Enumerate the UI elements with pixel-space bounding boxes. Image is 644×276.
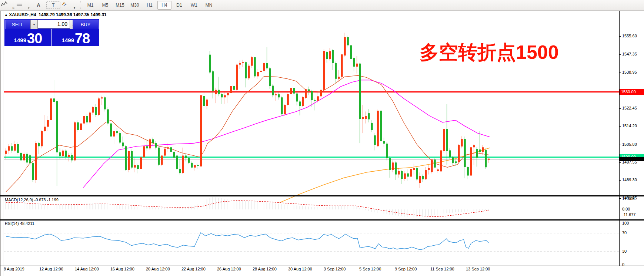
window-left-border xyxy=(0,11,1,276)
price-tick-mark xyxy=(619,198,621,199)
grid-icon[interactable]: F xyxy=(16,1,31,10)
price-tick-mark xyxy=(619,126,621,127)
collapse-arrow-icon: ▲ xyxy=(4,13,8,17)
ohlc-readout: 1498.79 1499.36 1497.35 1499.31 xyxy=(39,12,107,17)
last-price-marker xyxy=(620,157,644,161)
buy-button[interactable]: BUY xyxy=(73,20,99,29)
indicators-icon[interactable]: E xyxy=(0,1,15,10)
chart-title: ▲ XAUUSD-,H4 1498.79 1499.36 1497.35 149… xyxy=(4,12,107,17)
macd-scale-max: 17.093 xyxy=(622,196,635,201)
one-click-trading-panel: SELL ▼ 1.00 ▲ BUY 1499 30 1499 78 xyxy=(4,19,99,46)
panel-separator[interactable] xyxy=(0,219,644,220)
sell-button[interactable]: SELL xyxy=(5,20,30,29)
rsi-label: RSI(14) 48.4211 xyxy=(5,221,34,226)
timeframe-button-mn[interactable]: MN xyxy=(202,1,216,10)
rsi-scale-0: 0 xyxy=(622,262,624,267)
objects-icon[interactable]: ▾ xyxy=(61,1,76,10)
chart-annotation-text: 多空转折点1500 xyxy=(420,42,559,63)
chart-window: ▲ XAUUSD-,H4 1498.79 1499.36 1497.35 149… xyxy=(0,11,644,276)
price-tick-mark xyxy=(619,180,621,181)
timeframe-button-m15[interactable]: M15 xyxy=(113,1,127,10)
text-label-icon[interactable]: A xyxy=(31,1,46,10)
rsi-value: 48.4211 xyxy=(20,221,34,226)
volume-decrease-button[interactable]: ▼ xyxy=(30,20,38,29)
timeframe-button-m5[interactable]: M5 xyxy=(98,1,112,10)
volume-stepper: ▼ 1.00 ▲ xyxy=(30,20,77,28)
price-tick-mark xyxy=(619,108,621,109)
volume-input[interactable]: 1.00 xyxy=(38,20,70,28)
buy-price-pips: 78 xyxy=(75,32,90,45)
price-tick-mark xyxy=(619,73,621,73)
sell-price-display[interactable]: 1499 30 xyxy=(4,29,52,46)
date-label: 14 Aug 12:00 xyxy=(75,267,99,271)
date-label: 5 Sep 12:00 xyxy=(359,267,381,271)
candles xyxy=(5,33,490,188)
price-tick-mark xyxy=(619,162,621,163)
timeframe-bar: M1M5M15M30H1H4D1W1MN xyxy=(83,1,216,10)
timeframe-button-m30[interactable]: M30 xyxy=(128,1,142,10)
timeframe-button-m1[interactable]: M1 xyxy=(83,1,97,10)
date-label: 30 Aug 12:00 xyxy=(288,267,312,271)
price-tick-label: 1522.45 xyxy=(622,106,637,110)
ma-mid-line xyxy=(83,80,490,187)
price-tick-label: 1538.95 xyxy=(622,70,637,74)
macd-values: -0.673 -1.199 xyxy=(34,198,58,202)
symbol-period-label: XAUUSD-,H4 xyxy=(9,12,36,17)
rsi-scale-30: 30 xyxy=(622,249,627,253)
rsi-scale-70: 70 xyxy=(622,230,627,235)
price-tick-label: 1489.30 xyxy=(622,178,637,182)
macd-scale-min: -11.677 xyxy=(622,212,636,217)
macd-histogram xyxy=(6,197,489,218)
price-tick-label: 1514.20 xyxy=(622,124,637,128)
timeframe-button-w1[interactable]: W1 xyxy=(187,1,201,10)
time-axis-border xyxy=(0,266,644,266)
price-tick-mark xyxy=(619,54,621,55)
price-tick-mark xyxy=(619,36,621,37)
window-left-border-inner xyxy=(3,11,3,276)
rsi-scale-100: 100 xyxy=(622,221,629,225)
text-box-icon[interactable]: T xyxy=(46,1,60,9)
macd-scale-zero: 0.00 xyxy=(622,207,630,211)
red-level-price-tag: 1530.00 xyxy=(620,89,644,95)
panel-separator[interactable] xyxy=(0,195,644,196)
time-axis[interactable]: 8 Aug 201912 Aug 12:0014 Aug 12:0016 Aug… xyxy=(0,267,644,273)
price-tick-label: 1505.80 xyxy=(622,142,637,147)
toolbar: E F A T ▾ M1M5M15M30H1H4D1W1MN xyxy=(0,0,644,11)
date-label: 16 Aug 12:00 xyxy=(110,267,134,271)
rsi-line xyxy=(6,233,489,250)
date-label: 8 Aug 2019 xyxy=(4,267,24,271)
price-tick-label: 1555.60 xyxy=(622,34,637,38)
date-label: 12 Aug 12:00 xyxy=(39,267,63,271)
buy-price-main: 1499 xyxy=(62,37,74,43)
price-tick-mark xyxy=(619,145,621,145)
macd-signal-line xyxy=(6,201,489,216)
date-label: 22 Aug 12:00 xyxy=(181,267,206,271)
date-label: 3 Sep 12:00 xyxy=(324,267,346,271)
macd-label: MACD(12,26,9) -0.673 -1.199 xyxy=(5,198,59,202)
date-label: 13 Sep 12:00 xyxy=(466,267,490,271)
timeframe-button-h1[interactable]: H1 xyxy=(143,1,157,10)
date-label: 11 Sep 12:00 xyxy=(430,267,454,271)
date-label: 20 Aug 12:00 xyxy=(146,267,170,271)
date-label: 26 Aug 12:00 xyxy=(217,267,241,271)
sell-price-main: 1499 xyxy=(14,37,26,43)
sell-price-pips: 30 xyxy=(27,32,42,45)
rsi-panel-canvas[interactable] xyxy=(4,221,620,266)
date-label: 9 Sep 12:00 xyxy=(395,267,417,271)
price-tick-label: 1547.35 xyxy=(622,52,637,56)
date-label: 28 Aug 12:00 xyxy=(253,267,277,271)
timeframe-button-h4[interactable]: H4 xyxy=(157,1,171,10)
macd-panel-canvas[interactable] xyxy=(4,196,620,219)
timeframe-button-d1[interactable]: D1 xyxy=(172,1,186,10)
buy-price-display[interactable]: 1499 78 xyxy=(52,29,99,46)
toolbar-separator xyxy=(80,1,81,9)
